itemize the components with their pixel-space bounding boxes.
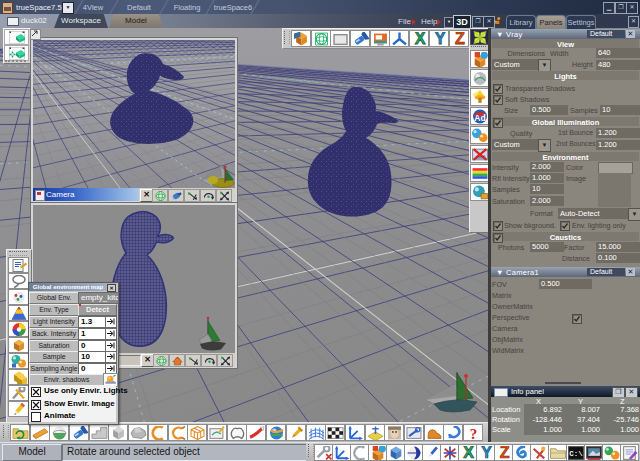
svg-text:Y: Y bbox=[434, 32, 445, 46]
svg-text:C:\: C:\ bbox=[569, 450, 583, 458]
svg-text:X: X bbox=[414, 32, 425, 46]
svg-text:Z: Z bbox=[455, 32, 465, 46]
svg-text:Y: Y bbox=[481, 446, 492, 460]
svg-text:Ad: Ad bbox=[474, 112, 485, 122]
svg-text:X: X bbox=[463, 446, 474, 460]
svg-text:?: ? bbox=[469, 426, 477, 440]
svg-text:Z: Z bbox=[499, 446, 509, 460]
